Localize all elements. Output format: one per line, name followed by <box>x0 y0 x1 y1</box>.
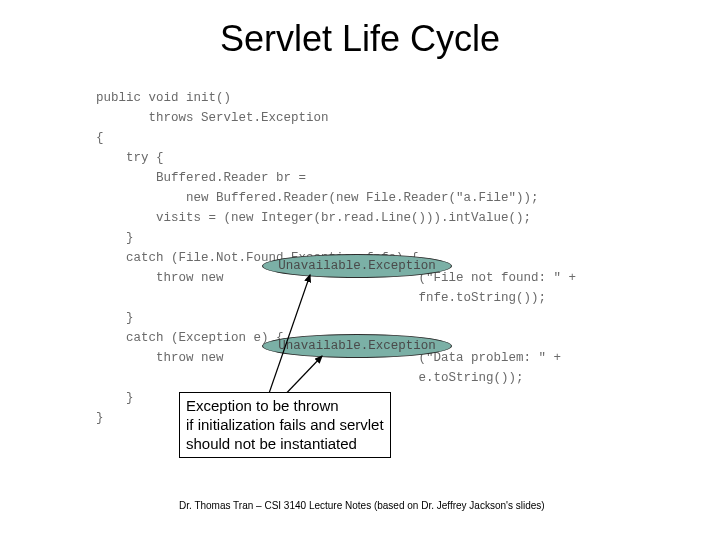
code-line: Buffered.Reader br = <box>96 171 306 185</box>
code-line: throws Servlet.Exception <box>96 111 329 125</box>
code-line: catch (Exception e) { <box>96 331 284 345</box>
ellipse-label: Unavailable.Exception <box>278 259 436 273</box>
code-line: e.toString()); <box>96 371 524 385</box>
caption-line: Exception to be thrown <box>186 396 384 415</box>
caption-box: Exception to be thrown if initialization… <box>179 392 391 458</box>
code-line: } <box>96 231 134 245</box>
code-line: visits = (new Integer(br.read.Line())).i… <box>96 211 531 225</box>
code-line: } <box>96 411 104 425</box>
code-line: try { <box>96 151 164 165</box>
code-line: public void init() <box>96 91 231 105</box>
highlight-ellipse-2: Unavailable.Exception <box>262 334 452 358</box>
caption-line: should not be instantiated <box>186 434 384 453</box>
highlight-ellipse-1: Unavailable.Exception <box>262 254 452 278</box>
code-line: fnfe.toString()); <box>96 291 546 305</box>
slide-footer: Dr. Thomas Tran – CSI 3140 Lecture Notes… <box>179 500 545 511</box>
ellipse-label: Unavailable.Exception <box>278 339 436 353</box>
code-line: } <box>96 391 134 405</box>
caption-line: if initialization fails and servlet <box>186 415 384 434</box>
code-line: { <box>96 131 104 145</box>
code-line: new Buffered.Reader(new File.Reader("a.F… <box>96 191 539 205</box>
slide-title: Servlet Life Cycle <box>0 18 720 60</box>
code-line: } <box>96 311 134 325</box>
